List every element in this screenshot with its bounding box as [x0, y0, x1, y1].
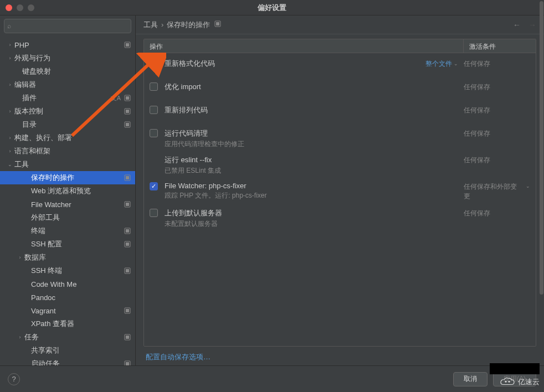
- sidebar-item[interactable]: ›任务: [0, 331, 135, 344]
- help-button[interactable]: ?: [8, 373, 20, 385]
- sidebar-item[interactable]: 共享索引: [0, 344, 135, 357]
- watermark-text: 亿速云: [518, 377, 540, 387]
- sidebar-item[interactable]: ›版本控制: [0, 105, 135, 118]
- configure-autosave-link[interactable]: 配置自动保存选项…: [136, 347, 544, 362]
- nav-back-icon[interactable]: ←: [513, 20, 521, 29]
- activation-condition: 任何保存: [464, 156, 490, 165]
- sidebar-item[interactable]: Code With Me: [0, 277, 135, 291]
- breadcrumb-root[interactable]: 工具: [143, 20, 158, 30]
- minimize-window-icon[interactable]: [17, 4, 23, 11]
- sidebar-item[interactable]: ›数据库: [0, 251, 135, 264]
- sidebar-item-label: 外观与行为: [14, 53, 50, 63]
- activation-condition: 任何保存: [464, 106, 490, 115]
- sidebar-item-label: 启动任务: [31, 359, 60, 365]
- sidebar-item[interactable]: Vagrant: [0, 304, 135, 317]
- sidebar-item[interactable]: ›编辑器: [0, 78, 135, 91]
- cancel-button[interactable]: 取消: [453, 372, 487, 386]
- chevron-icon: ›: [7, 55, 13, 61]
- search-input[interactable]: [4, 19, 131, 33]
- action-row[interactable]: 优化 import任何保存: [144, 76, 536, 100]
- settings-tree[interactable]: ›PHP›外观与行为键盘映射›编辑器插件文A›版本控制目录›构建、执行、部署›语…: [0, 37, 135, 365]
- breadcrumb: 工具 › 保存时的操作 ← →: [136, 16, 544, 34]
- sidebar-item[interactable]: 终端: [0, 224, 135, 238]
- sidebar-item-label: 版本控制: [14, 106, 43, 116]
- sidebar-item[interactable]: SSH 终端: [0, 264, 135, 277]
- chevron-icon: ›: [7, 82, 13, 87]
- sidebar-item-label: 构建、执行、部署: [14, 133, 72, 143]
- sidebar-item[interactable]: Web 浏览器和预览: [0, 184, 135, 198]
- sidebar-item[interactable]: XPath 查看器: [0, 317, 135, 331]
- svg-rect-13: [126, 229, 129, 233]
- project-badge-icon: [124, 95, 131, 101]
- svg-rect-25: [216, 22, 219, 25]
- maximize-window-icon[interactable]: [28, 4, 34, 11]
- action-label: 运行 eslint --fix: [165, 155, 221, 165]
- sidebar-item[interactable]: ›外观与行为: [0, 51, 135, 65]
- action-label: 重新格式化代码: [165, 59, 215, 69]
- action-label: 上传到默认服务器: [165, 208, 222, 218]
- action-row[interactable]: 上传到默认服务器未配置默认服务器任何保存: [144, 203, 536, 229]
- sidebar-item[interactable]: 外部工具: [0, 211, 135, 224]
- project-badge-icon: [124, 334, 131, 341]
- action-row[interactable]: 重新格式化代码整个文件 ⌄任何保存: [144, 53, 536, 76]
- action-row[interactable]: 重新排列代码任何保存: [144, 100, 536, 123]
- action-checkbox[interactable]: [150, 106, 158, 114]
- chevron-icon: ›: [7, 135, 13, 141]
- svg-rect-1: [126, 43, 129, 47]
- project-badge-icon: [124, 174, 131, 181]
- sidebar-item-label: Vagrant: [31, 307, 56, 315]
- scope-dropdown[interactable]: 整个文件 ⌄: [425, 59, 458, 69]
- sidebar-item-label: 键盘映射: [22, 66, 51, 76]
- col-header-condition: 激活条件: [464, 39, 536, 53]
- sidebar-item[interactable]: 目录: [0, 118, 135, 131]
- breadcrumb-current: 保存时的操作: [167, 20, 210, 30]
- sidebar-item-label: 终端: [31, 226, 45, 236]
- sidebar-item[interactable]: File Watcher: [0, 198, 135, 211]
- sidebar-item[interactable]: ›构建、执行、部署: [0, 131, 135, 145]
- settings-main: 工具 › 保存时的操作 ← → 操作 激活条件 重新格式化代码整个文件 ⌄任何保…: [136, 16, 544, 365]
- sidebar-item[interactable]: ⌄工具: [0, 158, 135, 171]
- action-checkbox[interactable]: [150, 129, 158, 137]
- action-checkbox[interactable]: [150, 59, 158, 68]
- redaction-overlay: [490, 363, 540, 374]
- sidebar-item[interactable]: 启动任务: [0, 357, 135, 365]
- language-icon: 文A: [111, 94, 121, 102]
- action-checkbox[interactable]: [150, 209, 158, 217]
- sidebar-item[interactable]: 键盘映射: [0, 65, 135, 78]
- sidebar-item[interactable]: ›PHP: [0, 38, 135, 51]
- sidebar-item[interactable]: ›语言和框架: [0, 145, 135, 158]
- watermark: 亿速云: [499, 376, 540, 388]
- sidebar-item[interactable]: 插件文A: [0, 91, 135, 105]
- project-badge-icon: [124, 121, 131, 128]
- action-checkbox[interactable]: [150, 82, 158, 91]
- project-badge-icon: [124, 228, 131, 234]
- chevron-icon: ⌄: [7, 162, 13, 167]
- svg-point-29: [509, 381, 510, 383]
- action-row[interactable]: File Watcher: php-cs-fixer跟踪 PHP 文件。运行: …: [144, 176, 536, 203]
- activation-condition: 任何保存: [464, 129, 490, 138]
- nav-forward-icon: →: [528, 20, 536, 29]
- project-badge-icon: [124, 307, 131, 314]
- sidebar-item[interactable]: Pandoc: [0, 291, 135, 304]
- activation-condition: 任何保存: [464, 59, 490, 69]
- chevron-icon: ›: [7, 42, 13, 48]
- sidebar-item[interactable]: 保存时的操作: [0, 171, 135, 184]
- action-row[interactable]: 运行 eslint --fix已禁用 ESLint 集成任何保存: [144, 149, 536, 176]
- action-sublabel: 未配置默认服务器: [165, 219, 222, 229]
- svg-rect-15: [126, 243, 129, 246]
- chevron-down-icon: ⌄: [454, 61, 458, 66]
- action-checkbox[interactable]: [150, 182, 158, 190]
- activation-condition: 任何保存: [464, 82, 490, 92]
- sidebar-item-label: SSH 终端: [31, 266, 62, 276]
- dialog-footer: ? 取消 应用(A): [0, 365, 544, 392]
- activation-condition[interactable]: 任何保存和外部变更: [464, 182, 521, 201]
- action-label: File Watcher: php-cs-fixer: [165, 182, 266, 190]
- action-sublabel: 已禁用 ESLint 集成: [165, 166, 221, 176]
- close-window-icon[interactable]: [6, 4, 12, 11]
- breadcrumb-sep: ›: [161, 20, 163, 29]
- action-row[interactable]: 运行代码清理应用代码清理检查中的修正任何保存: [144, 123, 536, 149]
- sidebar-item-label: Pandoc: [31, 293, 55, 302]
- sidebar-item[interactable]: SSH 配置: [0, 238, 135, 251]
- sidebar-item-label: Code With Me: [31, 280, 76, 288]
- chevron-down-icon: ⌄: [526, 183, 530, 189]
